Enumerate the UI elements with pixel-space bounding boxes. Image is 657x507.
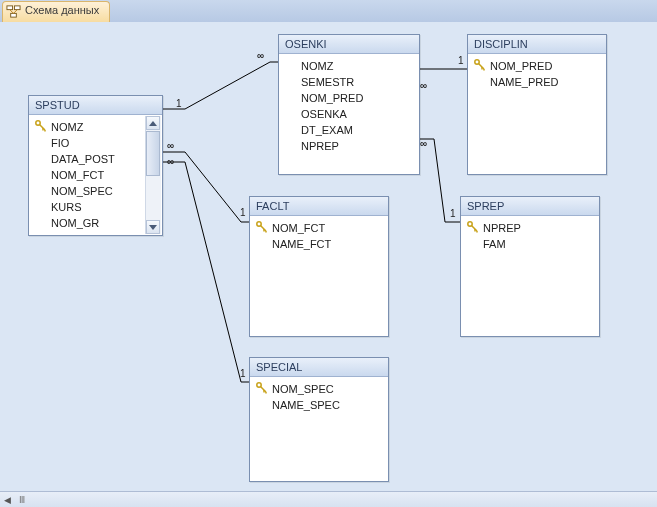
card-one: 1 [240, 368, 246, 379]
field-dt-exam[interactable]: DT_EXAM [281, 122, 417, 138]
field-name-pred[interactable]: NAME_PRED [470, 74, 604, 90]
svg-rect-0 [7, 6, 13, 10]
field-nom-fct[interactable]: NOM_FCT [31, 167, 144, 183]
table-title[interactable]: SPSTUD [29, 96, 162, 115]
chevron-down-icon [149, 225, 157, 230]
table-title[interactable]: DISCIPLIN [468, 35, 606, 54]
card-many: ∞ [167, 140, 173, 151]
field-fio[interactable]: FIO [31, 135, 144, 151]
table-title[interactable]: SPECIAL [250, 358, 388, 377]
field-nomz[interactable]: NOMZ [281, 58, 417, 74]
tab-label: Схема данных [25, 4, 99, 16]
table-sprep[interactable]: SPREP NPREP FAM [460, 196, 600, 337]
record-navigator: ◀ Ⅲ [0, 491, 657, 507]
field-nom-spec[interactable]: NOM_SPEC [31, 183, 144, 199]
scroll-thumb[interactable] [146, 131, 160, 176]
table-spstud[interactable]: SPSTUD NOMZ FIO DATA_POST NOM_FCT NOM_SP… [28, 95, 163, 236]
field-data-post[interactable]: DATA_POST [31, 151, 144, 167]
relationships-canvas[interactable]: 1 ∞ ∞ 1 ∞ 1 ∞ 1 ∞ 1 SPSTUD NOMZ FIO DATA… [0, 22, 657, 507]
field-nomz[interactable]: NOMZ [31, 119, 144, 135]
field-nom-pred[interactable]: NOM_PRED [470, 58, 604, 74]
card-many: ∞ [257, 50, 263, 61]
field-name-spec[interactable]: NAME_SPEC [252, 397, 386, 413]
card-one: 1 [240, 207, 246, 218]
card-one: 1 [176, 98, 182, 109]
tab-bar: Схема данных [0, 0, 657, 23]
scroll-down-button[interactable] [146, 220, 160, 234]
tab-schema[interactable]: Схема данных [2, 1, 110, 22]
card-many: ∞ [420, 138, 426, 149]
relationships-icon [6, 4, 21, 19]
table-disciplin[interactable]: DISCIPLIN NOM_PRED NAME_PRED [467, 34, 607, 175]
field-nom-pred[interactable]: NOM_PRED [281, 90, 417, 106]
table-faclt[interactable]: FACLT NOM_FCT NAME_FCT [249, 196, 389, 337]
primary-key-icon [474, 59, 486, 71]
field-osenka[interactable]: OSENKA [281, 106, 417, 122]
scroll-up-button[interactable] [146, 116, 160, 130]
chevron-up-icon [149, 121, 157, 126]
card-many: ∞ [420, 80, 426, 91]
field-nprep[interactable]: NPREP [281, 138, 417, 154]
field-semestr[interactable]: SEMESTR [281, 74, 417, 90]
nav-separator-icon: Ⅲ [19, 495, 25, 505]
primary-key-icon [35, 120, 47, 132]
table-title[interactable]: FACLT [250, 197, 388, 216]
field-nom-spec[interactable]: NOM_SPEC [252, 381, 386, 397]
field-nprep[interactable]: NPREP [463, 220, 597, 236]
svg-rect-1 [14, 6, 20, 10]
nav-first-icon[interactable]: ◀ [4, 495, 11, 505]
svg-line-4 [14, 10, 18, 14]
field-nom-fct[interactable]: NOM_FCT [252, 220, 386, 236]
card-one: 1 [450, 208, 456, 219]
field-name-fct[interactable]: NAME_FCT [252, 236, 386, 252]
scrollbar[interactable] [145, 116, 161, 234]
primary-key-icon [256, 221, 268, 233]
table-osenki[interactable]: OSENKI NOMZ SEMESTR NOM_PRED OSENKA DT_E… [278, 34, 420, 175]
table-title[interactable]: SPREP [461, 197, 599, 216]
svg-line-3 [10, 10, 14, 14]
table-title[interactable]: OSENKI [279, 35, 419, 54]
field-kurs[interactable]: KURS [31, 199, 144, 215]
primary-key-icon [256, 382, 268, 394]
primary-key-icon [467, 221, 479, 233]
card-one: 1 [458, 55, 464, 66]
field-fam[interactable]: FAM [463, 236, 597, 252]
card-many: ∞ [167, 156, 173, 167]
table-special[interactable]: SPECIAL NOM_SPEC NAME_SPEC [249, 357, 389, 482]
relationships-window: Схема данных 1 ∞ ∞ 1 ∞ 1 ∞ 1 ∞ 1 SP [0, 0, 657, 507]
field-nom-gr[interactable]: NOM_GR [31, 215, 144, 231]
svg-rect-2 [11, 13, 17, 17]
